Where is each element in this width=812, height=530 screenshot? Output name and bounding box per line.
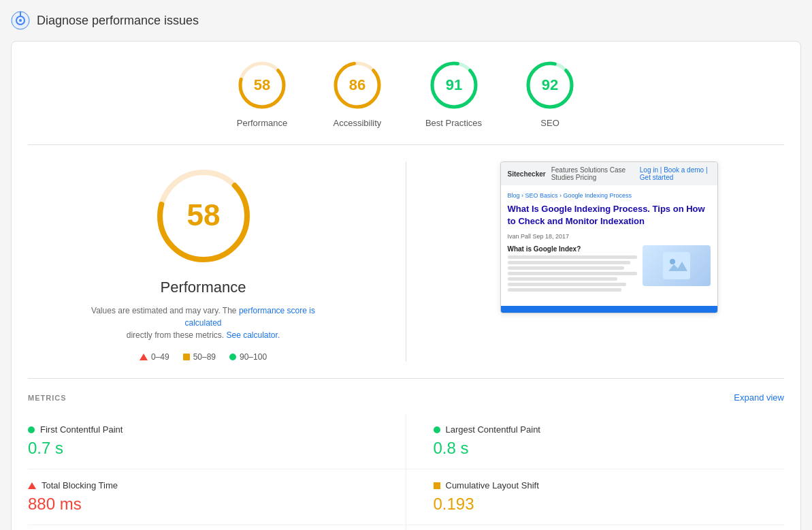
screenshot-header-bar: Sitechecker Features Solutions Case Stud… xyxy=(501,162,717,185)
metric-lcp-name-row: Largest Contentful Paint xyxy=(434,424,785,435)
tbt-label: Total Blocking Time xyxy=(42,480,118,490)
svg-text:86: 86 xyxy=(349,76,366,93)
metric-tbt-name-row: Total Blocking Time xyxy=(28,480,378,490)
svg-text:92: 92 xyxy=(542,76,558,93)
diagnose-icon xyxy=(11,11,30,30)
good-circle-icon xyxy=(229,354,236,360)
tbt-indicator-icon xyxy=(28,482,36,489)
ss-content-row: What is Google Index? xyxy=(508,245,711,294)
fail-triangle-icon xyxy=(140,354,148,360)
legend-row: 0–49 50–89 90–100 xyxy=(140,352,267,362)
svg-text:58: 58 xyxy=(186,198,220,232)
ss-text-placeholder xyxy=(508,255,637,292)
svg-point-20 xyxy=(670,259,675,264)
score-label-performance: Performance xyxy=(237,118,287,128)
legend-average-range: 50–89 xyxy=(193,352,216,362)
score-label-best-practices: Best Practices xyxy=(425,118,482,128)
cls-indicator-icon xyxy=(434,482,440,489)
fcp-indicator-icon xyxy=(28,426,35,433)
metrics-header: METRICS Expand view xyxy=(28,392,784,403)
metric-cls: Cumulative Layout Shift 0.193 xyxy=(406,469,785,525)
ss-breadcrumb: Blog › SEO Basics › Google Indexing Proc… xyxy=(508,192,711,199)
tbt-value: 880 ms xyxy=(28,495,378,514)
legend-item-average: 50–89 xyxy=(183,352,216,362)
metrics-section: METRICS Expand view First Contentful Pai… xyxy=(28,378,784,530)
gauge-seo: 92 xyxy=(523,58,577,112)
svg-point-2 xyxy=(19,19,22,22)
right-panel: Sitechecker Features Solutions Case Stud… xyxy=(434,161,784,362)
svg-text:91: 91 xyxy=(445,76,461,93)
lcp-label: Largest Contentful Paint xyxy=(446,424,540,435)
main-card: 58 Performance 86 Accessibility 91 xyxy=(11,41,801,530)
values-note: Values are estimated and may vary. The p… xyxy=(88,305,319,341)
gauge-accessibility: 86 xyxy=(330,58,385,112)
metric-fcp-name-row: First Contentful Paint xyxy=(28,424,378,435)
see-calculator-link[interactable]: See calculator. xyxy=(227,330,280,340)
main-content-area: 58 Performance Values are estimated and … xyxy=(28,161,784,362)
svg-text:58: 58 xyxy=(254,76,270,93)
big-score-label: Performance xyxy=(161,279,246,296)
gauge-best-practices: 91 xyxy=(427,58,481,112)
score-label-accessibility: Accessibility xyxy=(334,118,382,128)
ss-nav-items: Features Solutions Case Studies Pricing xyxy=(551,166,634,181)
cls-value: 0.193 xyxy=(434,495,785,514)
ss-auth-btns: Log in | Book a demo | Get started xyxy=(640,166,711,181)
cls-label: Cumulative Layout Shift xyxy=(446,480,539,490)
metric-fcp: First Contentful Paint 0.7 s xyxy=(28,414,406,469)
svg-rect-19 xyxy=(663,252,690,279)
screenshot-body: Blog › SEO Basics › Google Indexing Proc… xyxy=(501,185,717,300)
left-panel: 58 Performance Values are estimated and … xyxy=(28,161,378,362)
ss-page-footer xyxy=(500,306,718,313)
score-label-seo: SEO xyxy=(540,118,559,128)
legend-good-range: 90–100 xyxy=(240,352,267,362)
fcp-value: 0.7 s xyxy=(28,439,378,458)
metric-lcp: Largest Contentful Paint 0.8 s xyxy=(406,414,785,469)
gauge-performance: 58 xyxy=(235,58,289,112)
big-gauge-performance: 58 xyxy=(149,161,258,270)
ss-article-title: What Is Google Indexing Process. Tips on… xyxy=(508,203,711,228)
score-item-performance: 58 Performance xyxy=(235,58,289,128)
metric-cls-name-row: Cumulative Layout Shift xyxy=(434,480,785,490)
expand-view-button[interactable]: Expand view xyxy=(734,392,784,403)
ss-right-col xyxy=(643,245,711,294)
legend-fail-range: 0–49 xyxy=(151,352,169,362)
score-item-seo: 92 SEO xyxy=(523,58,577,128)
page-screenshot: Sitechecker Features Solutions Case Stud… xyxy=(500,161,718,313)
ss-article-image xyxy=(643,245,711,286)
score-item-accessibility: 86 Accessibility xyxy=(330,58,385,128)
ss-site-name: Sitechecker xyxy=(508,170,546,178)
metrics-grid: First Contentful Paint 0.7 s Largest Con… xyxy=(28,414,784,530)
score-item-best-practices: 91 Best Practices xyxy=(425,58,482,128)
metric-si: Speed Index 2.2 s xyxy=(28,525,406,530)
average-square-icon xyxy=(183,354,190,360)
vertical-divider xyxy=(406,161,406,362)
fcp-label: First Contentful Paint xyxy=(40,424,123,435)
ss-left-col: What is Google Index? xyxy=(508,245,637,294)
page-title: Diagnose performance issues xyxy=(37,14,199,28)
legend-item-good: 90–100 xyxy=(229,352,267,362)
lcp-value: 0.8 s xyxy=(434,439,785,458)
ss-section-heading: What is Google Index? xyxy=(508,245,637,253)
metric-tbt: Total Blocking Time 880 ms xyxy=(28,469,406,525)
metrics-title: METRICS xyxy=(28,394,67,402)
lcp-indicator-icon xyxy=(434,426,440,433)
legend-item-fail: 0–49 xyxy=(140,352,169,362)
scores-row: 58 Performance 86 Accessibility 91 xyxy=(28,58,784,145)
ss-article-meta: Ivan Pall Sep 18, 2017 xyxy=(508,233,711,240)
